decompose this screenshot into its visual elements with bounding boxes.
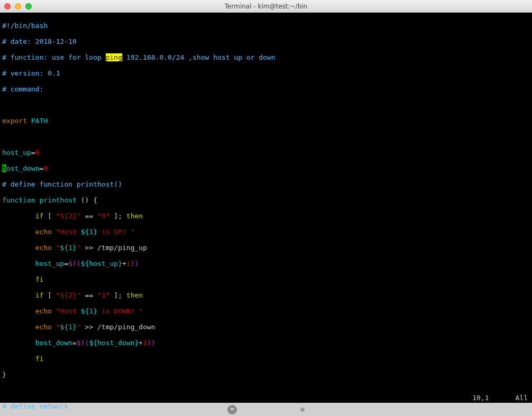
comment: # date: 2018-12-10: [2, 38, 77, 45]
comment: # command:: [2, 85, 43, 93]
terminal-body[interactable]: #!/bin/bash # date: 2018-12-10 # functio…: [0, 13, 532, 403]
close-icon[interactable]: [4, 3, 11, 10]
search-match: ping: [106, 53, 122, 61]
window-title: Terminal - kim@test:~/bin: [225, 3, 307, 10]
cursor-position: 10,1: [472, 394, 489, 402]
shebang: #!/bin/bash: [2, 22, 48, 30]
scroll-position: All: [516, 394, 528, 402]
cursor: h: [2, 164, 6, 172]
comment: # function: use for loop: [2, 53, 106, 61]
maximize-icon[interactable]: [25, 3, 32, 10]
vim-statusbar: 10,1 All: [472, 394, 528, 402]
keyword: export: [2, 117, 27, 125]
window-controls: [4, 3, 32, 10]
titlebar: Terminal - kim@test:~/bin: [0, 0, 532, 13]
minimize-icon[interactable]: [15, 3, 21, 10]
comment: # version: 0.1: [2, 69, 60, 77]
